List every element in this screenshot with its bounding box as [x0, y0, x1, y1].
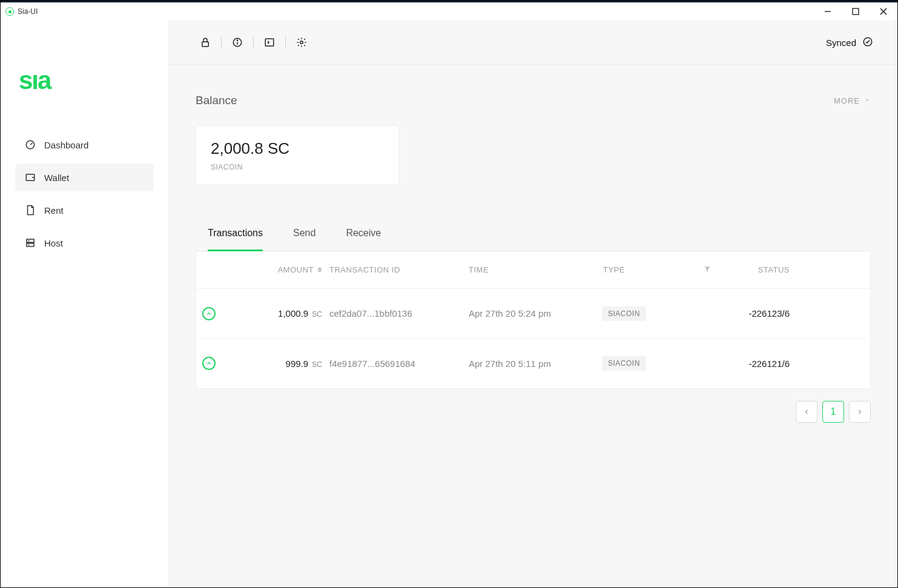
cell-amount: 999.9 SC: [239, 358, 329, 369]
sidebar-item-wallet[interactable]: Wallet: [15, 164, 154, 191]
filter-icon: [704, 265, 711, 274]
divider: [285, 36, 286, 48]
table-header: AMOUNT TRANSACTION ID TIME TYPE STATUS: [196, 251, 870, 289]
balance-unit-label: SIACOIN: [211, 163, 384, 171]
cell-time: Apr 27th 20 5:11 pm: [469, 358, 602, 369]
info-icon[interactable]: [225, 37, 249, 48]
divider: [221, 36, 222, 48]
incoming-icon: [202, 307, 216, 320]
sidebar: sıa Dashboard Wallet Rent: [1, 21, 169, 587]
table-row[interactable]: 999.9 SC f4e91877...65691684 Apr 27th 20…: [196, 339, 870, 388]
cell-type: SIACOIN: [602, 306, 723, 321]
page-prev-button[interactable]: [796, 401, 817, 423]
col-time[interactable]: TIME: [469, 265, 602, 274]
sync-status-label: Synced: [826, 38, 856, 48]
sort-icon: [317, 267, 322, 273]
sidebar-item-dashboard[interactable]: Dashboard: [15, 131, 154, 159]
cell-type: SIACOIN: [602, 356, 723, 371]
page-next-button[interactable]: [849, 401, 871, 423]
lock-icon[interactable]: [193, 37, 217, 48]
wallet-icon: [25, 172, 36, 183]
window-close-button[interactable]: [870, 2, 897, 21]
svg-rect-8: [27, 243, 34, 246]
sidebar-item-label: Host: [44, 238, 63, 248]
topbar: Synced: [169, 21, 897, 65]
sidebar-item-rent[interactable]: Rent: [15, 196, 154, 224]
file-icon: [25, 205, 36, 216]
tabs: Transactions Send Receive: [196, 222, 871, 251]
window-maximize-button[interactable]: [842, 2, 870, 21]
balance-card: 2,000.8 SC SIACOIN: [196, 125, 399, 185]
tab-send[interactable]: Send: [293, 222, 315, 251]
svg-rect-1: [853, 8, 859, 15]
cell-txid: cef2da07...1bbf0136: [329, 308, 469, 319]
main-content: Synced Balance MORE 2,000.8 SC SIACOIN: [169, 21, 897, 587]
sidebar-item-label: Wallet: [44, 173, 69, 183]
more-label: MORE: [834, 96, 860, 105]
col-type[interactable]: TYPE: [602, 265, 723, 274]
server-icon: [25, 237, 36, 248]
col-txid[interactable]: TRANSACTION ID: [329, 265, 469, 274]
svg-rect-11: [202, 42, 209, 47]
transactions-table: AMOUNT TRANSACTION ID TIME TYPE STATUS: [196, 251, 871, 389]
cell-amount: 1,000.9 SC: [239, 308, 329, 319]
terminal-icon[interactable]: [257, 37, 282, 48]
chevron-down-icon: [863, 96, 871, 105]
incoming-icon: [202, 357, 216, 370]
col-status[interactable]: STATUS: [723, 265, 802, 274]
pagination: 1: [196, 401, 871, 423]
cell-txid: f4e91877...65691684: [329, 358, 469, 369]
divider: [253, 36, 254, 48]
window-title: Sia-UI: [18, 7, 38, 16]
svg-text:sıa: sıa: [19, 66, 52, 94]
svg-point-14: [237, 40, 237, 41]
sia-logo: sıa: [19, 66, 168, 97]
col-amount[interactable]: AMOUNT: [239, 265, 329, 274]
app-icon: [5, 7, 14, 16]
balance-heading: Balance: [196, 94, 237, 107]
more-button[interactable]: MORE: [834, 96, 871, 105]
cell-status: -226121/6: [723, 358, 802, 369]
sidebar-item-label: Rent: [44, 205, 64, 216]
balance-amount: 2,000.8 SC: [211, 139, 384, 158]
tab-receive[interactable]: Receive: [346, 222, 381, 251]
window-minimize-button[interactable]: [814, 2, 842, 21]
svg-point-16: [300, 41, 303, 44]
check-circle-icon: [862, 36, 873, 49]
sidebar-item-label: Dashboard: [44, 140, 88, 150]
sidebar-item-host[interactable]: Host: [15, 229, 154, 257]
gear-icon[interactable]: [289, 37, 314, 48]
window-titlebar: Sia-UI: [1, 1, 897, 21]
page-number-button[interactable]: 1: [822, 401, 844, 423]
table-row[interactable]: 1,000.9 SC cef2da07...1bbf0136 Apr 27th …: [196, 289, 870, 339]
cell-time: Apr 27th 20 5:24 pm: [469, 308, 602, 319]
gauge-icon: [25, 139, 36, 150]
svg-rect-7: [27, 239, 34, 242]
tab-transactions[interactable]: Transactions: [208, 222, 263, 251]
cell-status: -226123/6: [723, 308, 802, 319]
